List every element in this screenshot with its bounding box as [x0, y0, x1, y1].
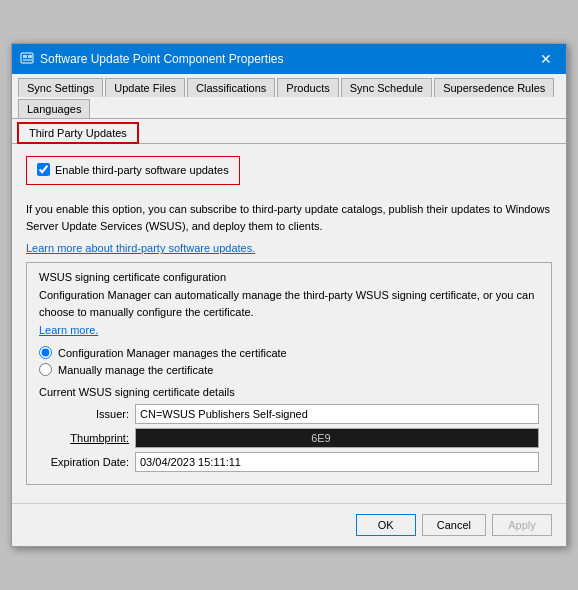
tab-languages[interactable]: Languages: [18, 99, 90, 118]
wsus-cert-group: WSUS signing certificate configuration C…: [26, 262, 552, 485]
tab-row-1: Sync Settings Update Files Classificatio…: [12, 74, 566, 119]
tab-row-2: Third Party Updates: [12, 119, 566, 144]
enable-checkbox[interactable]: [37, 163, 50, 176]
group-title: WSUS signing certificate configuration: [39, 271, 539, 283]
enable-checkbox-section: Enable third-party software updates: [26, 156, 240, 185]
svg-rect-2: [28, 55, 32, 58]
window-icon: [20, 52, 34, 66]
learn-more-link[interactable]: Learn more about third-party software up…: [26, 242, 255, 254]
tab-update-files[interactable]: Update Files: [105, 78, 185, 97]
radio-row-1: Configuration Manager manages the certif…: [39, 346, 539, 359]
tab-classifications[interactable]: Classifications: [187, 78, 275, 97]
cert-expiration-label: Expiration Date:: [39, 456, 129, 468]
radio-row-2: Manually manage the certificate: [39, 363, 539, 376]
main-window: Software Update Point Component Properti…: [11, 43, 567, 547]
enable-checkbox-label[interactable]: Enable third-party software updates: [55, 164, 229, 176]
group-description: Configuration Manager can automatically …: [39, 287, 539, 320]
tab-supersedence-rules[interactable]: Supersedence Rules: [434, 78, 554, 97]
cert-expiration-row: Expiration Date:: [39, 452, 539, 472]
radio-manual-label[interactable]: Manually manage the certificate: [58, 364, 213, 376]
content-area: Enable third-party software updates If y…: [12, 144, 566, 497]
enable-checkbox-row: Enable third-party software updates: [37, 163, 229, 176]
cert-thumbprint-label: Thumbprint:: [39, 432, 129, 444]
cert-issuer-row: Issuer:: [39, 404, 539, 424]
cert-expiration-value: [135, 452, 539, 472]
window-title: Software Update Point Component Properti…: [40, 52, 283, 66]
tab-third-party-updates[interactable]: Third Party Updates: [18, 123, 138, 143]
ok-button[interactable]: OK: [356, 514, 416, 536]
radio-group: Configuration Manager manages the certif…: [39, 346, 539, 376]
title-bar: Software Update Point Component Properti…: [12, 44, 566, 74]
svg-rect-3: [23, 59, 32, 61]
tab-products[interactable]: Products: [277, 78, 338, 97]
cancel-button[interactable]: Cancel: [422, 514, 486, 536]
radio-config-manager[interactable]: [39, 346, 52, 359]
tab-sync-settings[interactable]: Sync Settings: [18, 78, 103, 97]
cert-issuer-value: [135, 404, 539, 424]
description-text: If you enable this option, you can subsc…: [26, 201, 552, 234]
apply-button[interactable]: Apply: [492, 514, 552, 536]
cert-issuer-label: Issuer:: [39, 408, 129, 420]
cert-thumbprint-value: [135, 428, 539, 448]
radio-manual[interactable]: [39, 363, 52, 376]
radio-config-manager-label[interactable]: Configuration Manager manages the certif…: [58, 347, 287, 359]
cert-thumbprint-row: Thumbprint:: [39, 428, 539, 448]
button-row: OK Cancel Apply: [12, 503, 566, 546]
title-bar-left: Software Update Point Component Properti…: [20, 52, 283, 66]
tab-sync-schedule[interactable]: Sync Schedule: [341, 78, 432, 97]
svg-rect-1: [23, 55, 27, 58]
cert-details-title: Current WSUS signing certificate details: [39, 386, 539, 398]
close-button[interactable]: ✕: [534, 50, 558, 68]
cert-details-section: Current WSUS signing certificate details…: [39, 386, 539, 472]
group-learn-more-link[interactable]: Learn more.: [39, 324, 98, 336]
